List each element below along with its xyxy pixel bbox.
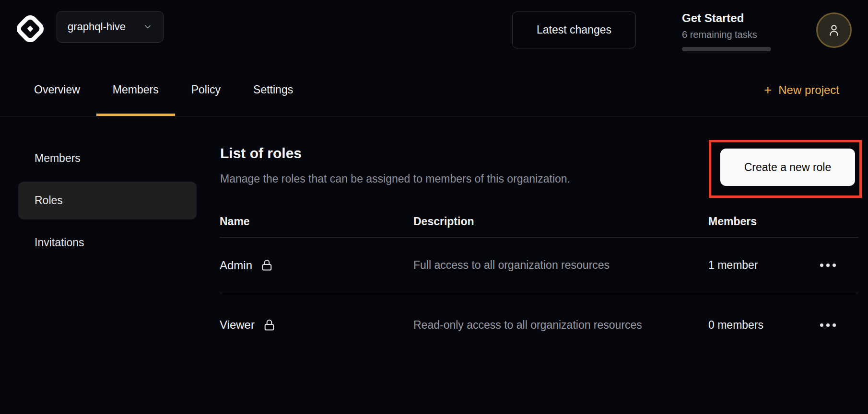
role-members-count: 1 member (708, 238, 758, 293)
column-header-description: Description (413, 206, 474, 237)
hive-logo-icon (15, 13, 45, 44)
role-name-cell: Viewer (220, 293, 277, 356)
role-description: Full access to all organization resource… (413, 238, 644, 293)
latest-changes-button[interactable]: Latest changes (512, 12, 636, 48)
ellipsis-icon (820, 323, 823, 327)
table-row-viewer: Viewer Read-only access to all organizat… (220, 293, 858, 356)
org-name: graphql-hive (68, 21, 126, 33)
row-menu-button[interactable] (813, 314, 842, 335)
row-menu-button[interactable] (813, 255, 842, 276)
create-new-role-button[interactable]: Create a new role (720, 149, 855, 186)
tab-settings[interactable]: Settings (237, 64, 309, 116)
column-header-members: Members (708, 206, 757, 237)
get-started-subtitle: 6 remaining tasks (682, 29, 773, 40)
chevron-down-icon (143, 22, 152, 32)
org-selector-button[interactable]: graphql-hive (57, 11, 164, 43)
role-name-cell: Admin (220, 238, 274, 293)
user-icon (826, 22, 842, 38)
sidebar-item-roles[interactable]: Roles (18, 182, 197, 219)
new-project-link[interactable]: + New project (764, 64, 839, 116)
table-row-admin: Admin Full access to all organization re… (220, 238, 858, 293)
column-header-name: Name (220, 206, 250, 237)
role-members-count: 0 members (708, 293, 763, 356)
plus-icon: + (764, 83, 772, 97)
role-name: Admin (220, 259, 252, 272)
get-started-title: Get Started (682, 12, 773, 25)
get-started-progressbar (682, 47, 771, 51)
tab-members[interactable]: Members (96, 64, 175, 116)
lock-icon (259, 258, 274, 273)
org-tabs: Overview Members Policy Settings (18, 64, 309, 116)
page-subtitle: Manage the roles that can be assigned to… (220, 172, 570, 185)
role-description: Read-only access to all organization res… (413, 293, 644, 356)
app-window: graphql-hive Latest changes Get Started … (0, 0, 868, 414)
lock-icon (262, 318, 277, 333)
sidebar-item-invitations[interactable]: Invitations (18, 224, 197, 262)
tab-overview[interactable]: Overview (18, 64, 96, 116)
org-tabbar: Overview Members Policy Settings + New p… (0, 64, 868, 116)
new-project-label: New project (778, 83, 839, 97)
role-name: Viewer (220, 318, 255, 332)
roles-table: Name Description Members Admin Full acce… (220, 206, 858, 356)
ellipsis-icon (820, 264, 823, 267)
page-title: List of roles (220, 145, 302, 161)
members-sidebar: Members Roles Invitations (18, 139, 197, 266)
get-started-widget[interactable]: Get Started 6 remaining tasks (682, 12, 773, 51)
tab-policy[interactable]: Policy (175, 64, 237, 116)
sidebar-item-members[interactable]: Members (18, 139, 197, 177)
table-header-row: Name Description Members (220, 206, 858, 238)
user-avatar-button[interactable] (816, 12, 852, 48)
